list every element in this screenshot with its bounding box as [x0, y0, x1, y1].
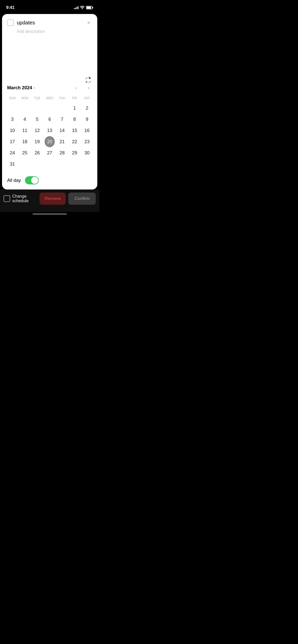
repeat-icon-area [2, 61, 97, 84]
day-header-sat: SAT [81, 95, 93, 101]
close-button[interactable]: × [85, 19, 92, 26]
remove-button[interactable]: Remove [39, 193, 66, 205]
task-header: updates × [2, 14, 97, 28]
task-checkbox[interactable] [7, 19, 14, 26]
calendar-day[interactable]: 22 [70, 136, 80, 147]
day-header-thu: THU [56, 95, 68, 101]
calendar-day[interactable]: 21 [57, 136, 67, 147]
signal-icon [74, 6, 78, 9]
all-day-row: All day [2, 173, 97, 184]
calendar-day[interactable]: 14 [57, 125, 67, 136]
calendar-day[interactable]: 30 [82, 147, 92, 158]
change-schedule-label: Change schedule [12, 194, 37, 203]
calendar-day[interactable]: 31 [7, 158, 17, 170]
change-schedule-area[interactable]: Change schedule [4, 194, 37, 203]
day-headers: SUN MON TUE WED THU FRI SAT [6, 95, 93, 101]
calendar-day[interactable]: 4 [20, 114, 30, 125]
calendar-day[interactable]: 23 [82, 136, 92, 147]
status-icons [74, 6, 93, 9]
toggle-thumb [31, 177, 38, 184]
day-header-fri: FRI [68, 95, 81, 101]
day-header-wed: WED [44, 95, 56, 101]
calendar-day[interactable]: 8 [70, 114, 80, 125]
calendar-day[interactable]: 12 [32, 125, 42, 136]
schedule-icon [4, 195, 10, 202]
day-header-mon: MON [19, 95, 31, 101]
calendar-month-title[interactable]: March 2024 › [7, 85, 35, 91]
wifi-icon [80, 6, 85, 9]
calendar-day[interactable]: 20 [45, 136, 55, 147]
calendar-arrows: ‹ › [73, 84, 92, 91]
status-time: 9:41 [6, 5, 15, 10]
calendar-section: March 2024 › ‹ › SUN MON TUE WED THU FRI… [2, 84, 97, 173]
main-card: updates × Add description [2, 14, 97, 189]
calendar-day[interactable]: 7 [57, 114, 67, 125]
calendar-day[interactable]: 5 [32, 114, 42, 125]
calendar-day[interactable]: 1 [70, 103, 80, 114]
calendar-grid: 1234567891011121314151617181920212223242… [6, 103, 93, 170]
calendar-day[interactable]: 6 [45, 114, 55, 125]
calendar-day[interactable]: 16 [82, 125, 92, 136]
day-header-sun: SUN [6, 95, 19, 101]
calendar-day[interactable]: 10 [7, 125, 17, 136]
calendar-day[interactable]: 24 [7, 147, 17, 158]
day-header-tue: TUE [31, 95, 44, 101]
calendar-day[interactable]: 19 [32, 136, 42, 147]
task-title: updates [17, 20, 82, 26]
description-placeholder[interactable]: Add description [2, 28, 97, 34]
calendar-day[interactable]: 13 [45, 125, 55, 136]
calendar-day[interactable]: 18 [20, 136, 30, 147]
calendar-nav: March 2024 › ‹ › [6, 84, 93, 91]
all-day-label: All day [7, 178, 21, 183]
calendar-day[interactable]: 27 [45, 147, 55, 158]
prev-month-button[interactable]: ‹ [73, 84, 80, 91]
calendar-day[interactable]: 17 [7, 136, 17, 147]
calendar-day[interactable]: 9 [82, 114, 92, 125]
next-month-button[interactable]: › [85, 84, 92, 91]
svg-rect-1 [92, 7, 93, 8]
battery-icon [86, 6, 93, 9]
repeat-icon[interactable] [84, 76, 92, 84]
svg-rect-2 [87, 6, 91, 9]
calendar-day[interactable]: 3 [7, 114, 17, 125]
calendar-day[interactable]: 25 [20, 147, 30, 158]
calendar-day[interactable]: 2 [82, 103, 92, 114]
all-day-toggle[interactable] [25, 176, 39, 184]
confirm-button[interactable]: Confirm [68, 193, 96, 205]
calendar-day[interactable]: 29 [70, 147, 80, 158]
home-indicator [33, 213, 67, 215]
calendar-day[interactable]: 15 [70, 125, 80, 136]
calendar-day[interactable]: 26 [32, 147, 42, 158]
calendar-day[interactable]: 11 [20, 125, 30, 136]
status-bar: 9:41 [0, 0, 99, 12]
month-expand-chevron: › [34, 85, 35, 90]
calendar-day[interactable]: 28 [57, 147, 67, 158]
bottom-bar: Change schedule Remove Confirm [0, 189, 99, 212]
